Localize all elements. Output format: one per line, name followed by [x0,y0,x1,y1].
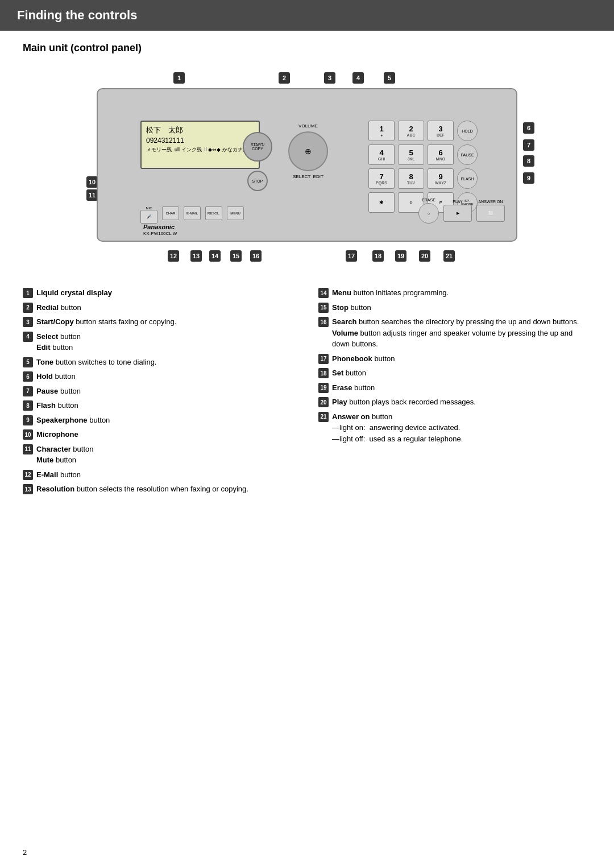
resolution-label: RESOL. [208,212,220,215]
desc-text-15: Stop button [332,302,371,313]
lcd-status: メモリー残 .ull インク残 .ll ◆⇔◆ かなカナ英数 [146,146,254,154]
desc-item-14: 14 Menu button initiates programming. [318,287,591,299]
desc-item-3: 3 Start/Copy button starts faxing or cop… [23,316,296,328]
key-row-1: 1 ● 2 ABC 3 DEF HOLD [368,121,505,141]
badge-16: 16 [250,250,262,262]
desc-item-13: 13 Resolution button selects the resolut… [23,483,296,495]
lcd-number: 0924312111 [146,137,254,144]
erase-label: ERASE [422,198,435,202]
desc-badge-18: 18 [318,368,329,378]
desc-text-19: Erase button [332,382,375,394]
desc-badge-2: 2 [23,303,33,313]
desc-text-13: Resolution button selects the resolution… [36,483,248,495]
badge-13: 13 [190,250,202,262]
brand-name: Panasonic [143,224,175,230]
desc-text-17: Phonebook button [332,353,395,365]
character-label: CHAR [165,212,175,215]
resolution-button[interactable]: RESOL. [205,206,222,220]
center-controls: VOLUME ⊕ SELECT EDIT [274,123,342,209]
desc-text-21: Answer on button—light on: answering dev… [332,411,463,445]
desc-item-15: 15 Stop button [318,302,591,313]
desc-text-8: Flash button [36,400,78,411]
desc-badge-3: 3 [23,317,33,327]
desc-badge-14: 14 [318,288,329,298]
key-row-3: 7 PQRS 8 TUV 9 WXYZ FLASH [368,168,505,189]
desc-left-col: 1 Liquid crystal display 2 Redial button… [23,287,296,498]
key-1[interactable]: 1 ● [368,121,395,141]
section-title: Main unit (control panel) [23,42,591,54]
desc-right-col: 14 Menu button initiates programming. 15… [318,287,591,498]
badge-12: 12 [168,250,179,262]
badge-14: 14 [209,250,221,262]
badge-10: 10 [86,176,98,188]
desc-badge-21: 21 [318,412,329,422]
start-copy-button[interactable]: START/COPY [243,132,272,162]
desc-badge-7: 7 [23,386,33,396]
desc-text-4: Select buttonEdit button [36,331,81,353]
desc-item-21: 21 Answer on button—light on: answering … [318,411,591,445]
desc-item-1: 1 Liquid crystal display [23,287,296,299]
play-button[interactable]: ▶ [443,205,472,222]
pause-button[interactable]: PAUSE [457,144,478,165]
page-number: 2 [23,848,27,857]
badge-8: 8 [523,155,534,167]
mic-indicator: 🎤 [140,210,157,224]
menu-button[interactable]: MENU [227,206,244,220]
key-5[interactable]: 5 JKL [398,144,424,165]
badge-19: 19 [395,250,406,262]
desc-item-20: 20 Play button plays back recorded messa… [318,396,591,408]
desc-text-2: Redial button [36,302,81,313]
desc-item-8: 8 Flash button [23,400,296,411]
badge-9: 9 [523,172,534,184]
desc-badge-15: 15 [318,303,329,313]
select-label: SELECT EDIT [293,174,323,179]
badge-2: 2 [279,72,290,84]
badge-1: 1 [173,72,185,84]
key-star[interactable]: ✱ [368,192,395,213]
desc-item-17: 17 Phonebook button [318,353,591,365]
key-7[interactable]: 7 PQRS [368,168,395,189]
desc-item-12: 12 E-Mail button [23,469,296,481]
desc-badge-8: 8 [23,400,33,411]
desc-text-18: Set button [332,367,366,379]
flash-button[interactable]: FLASH [457,168,478,189]
desc-item-9: 9 Speakerphone button [23,415,296,426]
desc-item-5: 5 Tone button switches to tone dialing. [23,357,296,368]
stop-button[interactable]: STOP [247,171,268,191]
character-button[interactable]: CHAR [162,206,179,220]
key-9[interactable]: 9 WXYZ [428,168,454,189]
desc-badge-17: 17 [318,354,329,364]
key-3[interactable]: 3 DEF [428,121,454,141]
model-name: KX-PW100CL W [143,231,177,236]
badge-3: 3 [324,72,335,84]
control-panel-diagram: 1 2 3 4 5 6 7 8 9 10 11 12 13 14 15 16 1… [63,65,551,270]
desc-badge-1: 1 [23,288,33,298]
desc-item-2: 2 Redial button [23,302,296,313]
key-4[interactable]: 4 GHI [368,144,395,165]
key-row-2: 4 GHI 5 JKL 6 MNO PAUSE [368,144,505,165]
erase-button[interactable]: ○ [418,203,439,224]
badge-4: 4 [352,72,364,84]
badge-17: 17 [346,250,357,262]
desc-badge-10: 10 [23,429,33,440]
desc-badge-4: 4 [23,332,33,342]
desc-badge-5: 5 [23,357,33,367]
nav-circle[interactable]: ⊕ [288,131,328,171]
page-content: Main unit (control panel) 1 2 3 4 5 6 7 … [0,42,614,521]
answer-on-button[interactable]: ⬜ [476,205,505,222]
email-label: E-MAIL [186,212,198,215]
key-8[interactable]: 8 TUV [398,168,424,189]
desc-text-7: Pause button [36,386,81,397]
badge-7: 7 [523,139,534,151]
desc-item-11: 11 Character buttonMute button [23,444,296,466]
key-2[interactable]: 2 ABC [398,121,424,141]
lcd-name: 松下 太郎 [146,125,254,135]
descriptions: 1 Liquid crystal display 2 Redial button… [23,287,591,498]
email-button[interactable]: E-MAIL [184,206,201,220]
key-6[interactable]: 6 MNO [428,144,454,165]
hold-button[interactable]: HOLD [457,121,478,141]
page-header: Finding the controls [0,0,614,31]
desc-badge-16: 16 [318,317,329,327]
badge-20: 20 [419,250,430,262]
desc-item-19: 19 Erase button [318,382,591,394]
